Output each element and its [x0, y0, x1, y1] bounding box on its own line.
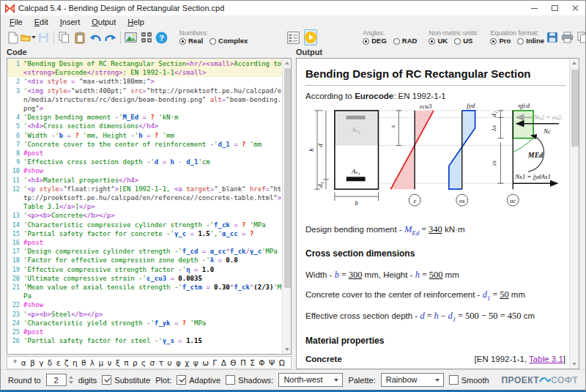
symbol-button[interactable]: Σ: [250, 358, 255, 367]
minimize-button[interactable]: [524, 1, 544, 15]
new-file-button[interactable]: [5, 30, 21, 45]
reference-prefix: [EN 1992-1-1,: [475, 355, 530, 363]
symbol-button[interactable]: β: [30, 358, 35, 367]
symbol-button[interactable]: μ: [98, 358, 103, 367]
substitute-checkbox[interactable]: Substitute: [102, 375, 150, 385]
symbol-button[interactable]: Φ: [259, 358, 264, 367]
checkbox-icon[interactable]: [102, 375, 111, 385]
symbol-button[interactable]: ς: [141, 358, 146, 367]
checkbox-icon[interactable]: [177, 375, 186, 385]
symbol-button[interactable]: σ: [150, 358, 155, 367]
help-button[interactable]: ?: [154, 30, 169, 45]
spin-down-icon[interactable]: [69, 381, 73, 384]
scroll-up-icon[interactable]: [570, 59, 579, 67]
code-scroll-thumb[interactable]: [284, 68, 291, 288]
symbol-button[interactable]: ω: [202, 358, 209, 367]
menu-file[interactable]: File: [4, 18, 29, 26]
symbol-button[interactable]: α: [21, 358, 26, 367]
symbol-button[interactable]: λ: [90, 358, 94, 367]
save-output-button[interactable]: [544, 30, 560, 45]
open-file-button[interactable]: [21, 30, 36, 45]
checkbox-icon[interactable]: [226, 375, 235, 385]
spin-up-icon[interactable]: [69, 376, 73, 379]
output-scrollbar[interactable]: [569, 59, 579, 369]
undo-button[interactable]: [87, 30, 103, 45]
run-button[interactable]: [304, 29, 317, 45]
symbol-button[interactable]: χ: [185, 358, 189, 367]
code-line: 10#show: [7, 166, 282, 175]
insert-image-button[interactable]: [123, 30, 138, 45]
radio-us[interactable]: US: [454, 37, 472, 45]
shadows-checkbox[interactable]: Shadows:: [226, 375, 273, 385]
code-scrollbar[interactable]: [282, 59, 291, 354]
minimize-icon: [531, 8, 538, 9]
radio-deg[interactable]: DEG: [363, 37, 387, 45]
copy-output-button[interactable]: [575, 30, 586, 45]
radio-rad[interactable]: RAD: [393, 37, 418, 45]
symbol-button[interactable]: Π: [240, 358, 246, 367]
paste-button[interactable]: [72, 30, 87, 45]
redo-button[interactable]: [103, 30, 118, 45]
shadows-select[interactable]: North-west: [278, 373, 343, 387]
menu-output[interactable]: Output: [86, 18, 122, 26]
checkbox-icon[interactable]: [449, 375, 459, 385]
smooth-checkbox[interactable]: Smooth: [449, 375, 489, 385]
symbol-button[interactable]: φ: [176, 358, 181, 367]
table-3-1-link[interactable]: Table 3.1: [529, 355, 563, 363]
symbol-button[interactable]: ρ: [133, 358, 138, 367]
print-button[interactable]: [560, 30, 575, 45]
symbol-button[interactable]: π: [124, 358, 128, 367]
radio-real[interactable]: Real: [179, 37, 203, 45]
round-to-value[interactable]: 2: [46, 374, 67, 386]
symbol-button[interactable]: Δ: [221, 358, 226, 367]
input-form-button[interactable]: [286, 30, 301, 45]
menu-insert[interactable]: Insert: [54, 18, 86, 26]
svg-text:σs: σs: [459, 197, 465, 204]
code-text[interactable]: 1"Bending Design of RC Rectangular Secti…: [7, 59, 282, 354]
keypad-button[interactable]: [138, 30, 154, 45]
symbol-button[interactable]: ξ: [116, 358, 120, 367]
symbol-button[interactable]: Γ: [212, 358, 217, 367]
symbol-button[interactable]: Ω: [279, 358, 285, 367]
equation-format-group: Equation format:ProInline: [490, 29, 544, 46]
svg-text:Aₛ₁: Aₛ₁: [351, 168, 360, 175]
adaptive-checkbox[interactable]: Adaptive: [177, 375, 220, 385]
scroll-up-icon[interactable]: [283, 59, 292, 67]
menu-help[interactable]: Help: [122, 18, 150, 26]
symbol-button[interactable]: δ: [48, 358, 52, 367]
symbol-button[interactable]: ζ: [64, 358, 69, 367]
close-button[interactable]: [565, 1, 585, 15]
radio-pro[interactable]: Pro: [490, 37, 511, 45]
scroll-down-icon[interactable]: [283, 345, 292, 354]
output-scroll-thumb[interactable]: [571, 70, 579, 147]
svg-text:Ns1 = fydAs1: Ns1 = fydAs1: [514, 173, 551, 180]
title-bar: Calcpad 5.4 - Bending Design of Rectangu…: [1, 1, 585, 15]
menu-edit[interactable]: Edit: [29, 18, 54, 26]
symbol-button[interactable]: γ: [39, 358, 43, 367]
radio-inline[interactable]: Inline: [517, 37, 544, 45]
symbol-button[interactable]: ε: [56, 358, 61, 367]
maximize-button[interactable]: [544, 1, 565, 15]
calcpad-logo-icon: [5, 4, 15, 13]
code-editor[interactable]: 1"Bending Design of RC Rectangular Secti…: [7, 58, 292, 355]
radio-uk[interactable]: UK: [429, 37, 448, 45]
symbol-button[interactable]: θ: [81, 358, 86, 367]
symbol-button[interactable]: ν: [108, 358, 112, 367]
copy-button[interactable]: [56, 30, 72, 45]
symbol-button[interactable]: °: [13, 358, 17, 367]
symbol-button[interactable]: ψ: [193, 358, 199, 367]
symbol-button[interactable]: η: [73, 358, 78, 367]
scroll-down-icon[interactable]: [570, 360, 579, 369]
radio-complex[interactable]: Complex: [209, 37, 248, 45]
symbol-button[interactable]: τ: [159, 358, 163, 367]
beam-bending-diagram: Aₛ₂ Aₛ₁ h d d₁: [305, 102, 562, 212]
code-line: 3'<img style="width:400pt;" src="http://…: [7, 86, 282, 114]
round-to-spinner[interactable]: 2: [46, 374, 73, 386]
symbol-button[interactable]: Ψ: [269, 358, 275, 367]
spinner-buttons[interactable]: [69, 376, 73, 384]
symbol-button[interactable]: Θ: [230, 358, 236, 367]
save-file-button[interactable]: [36, 30, 51, 45]
palette-select[interactable]: Rainbow: [381, 373, 444, 387]
symbol-button[interactable]: υ: [167, 358, 171, 367]
save-icon: [38, 32, 49, 43]
